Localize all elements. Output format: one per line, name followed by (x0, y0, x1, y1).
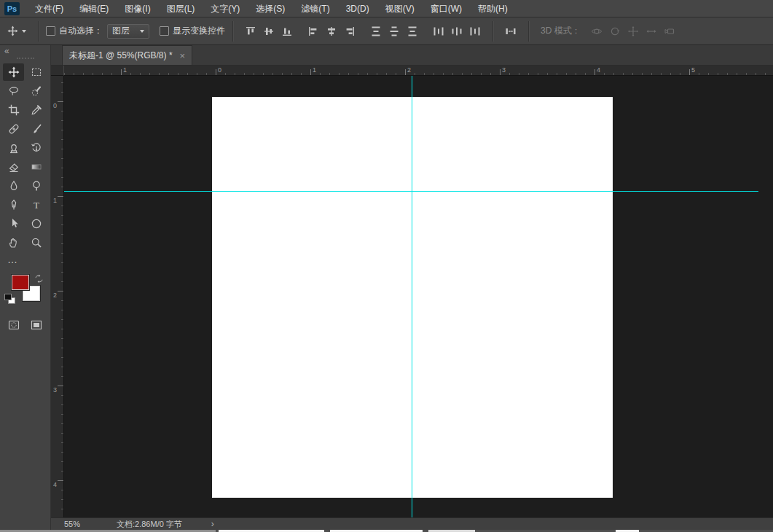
clone-stamp-tool-button[interactable] (3, 139, 24, 157)
distribute-bottom-icon (407, 26, 418, 37)
auto-select-checkbox[interactable] (46, 26, 55, 36)
menu-items: 文件(F) 编辑(E) 图像(I) 图层(L) 文字(Y) 选择(S) 滤镜(T… (27, 0, 516, 17)
3d-orbit-button[interactable] (589, 23, 605, 39)
dodge-tool-button[interactable] (26, 177, 47, 195)
magnifier-icon (31, 237, 42, 249)
ruler-label: 1 (53, 197, 57, 204)
3d-pan-icon (627, 26, 639, 37)
zoom-level-field[interactable]: 55% (64, 520, 103, 528)
horizontal-ruler[interactable]: 1 0 1 2 3 4 5 (64, 66, 773, 76)
ruler-label: 2 (407, 67, 411, 74)
document-tab[interactable]: 未标题-1 @ 55%(RGB/8) * × (62, 45, 192, 65)
vertical-ruler[interactable]: 0 1 2 3 4 (51, 76, 64, 517)
menu-3d[interactable]: 3D(D) (338, 0, 377, 17)
quick-selection-tool-button[interactable] (26, 82, 47, 100)
panel-grip[interactable] (17, 58, 34, 59)
zoom-tool-button[interactable] (26, 234, 47, 251)
blur-tool-button[interactable] (3, 177, 24, 195)
ruler-origin-corner[interactable] (51, 66, 64, 76)
menu-help[interactable]: 帮助(H) (470, 0, 516, 17)
align-right-icon (344, 26, 356, 37)
distribute-vcenter-icon (388, 26, 400, 37)
align-right-edges-button[interactable] (342, 23, 358, 39)
distribute-hcenter-icon (451, 26, 463, 37)
align-hcenter-icon (326, 26, 337, 37)
show-transform-checkbox[interactable] (160, 26, 169, 36)
ellipse-icon (31, 218, 42, 230)
options-separator (38, 21, 39, 42)
3d-zoom-camera-button[interactable] (662, 23, 678, 39)
pen-tool-button[interactable] (3, 196, 24, 214)
3d-pan-button[interactable] (625, 23, 641, 39)
align-horizontal-centers-button[interactable] (323, 23, 340, 39)
align-bottom-icon (281, 26, 293, 37)
distribute-horizontal-centers-button[interactable] (449, 23, 465, 39)
gradient-icon (31, 161, 42, 173)
edit-toolbar-button[interactable]: … (0, 251, 18, 265)
document-tab-title: 未标题-1 @ 55%(RGB/8) * (69, 50, 173, 62)
align-vertical-centers-button[interactable] (261, 23, 277, 39)
distribute-left-edges-button[interactable] (431, 23, 447, 39)
screen-mode-button[interactable] (28, 318, 44, 332)
rectangular-marquee-tool-button[interactable] (26, 63, 47, 81)
gradient-tool-button[interactable] (26, 158, 47, 176)
close-tab-icon[interactable]: × (180, 51, 186, 60)
spot-healing-brush-tool-button[interactable] (3, 120, 24, 138)
crop-tool-button[interactable] (3, 101, 24, 119)
guide-vertical[interactable] (412, 76, 412, 517)
eyedropper-tool-button[interactable] (26, 101, 47, 119)
menu-edit[interactable]: 编辑(E) (71, 0, 117, 17)
3d-mode-label: 3D 模式： (541, 25, 581, 37)
distribute-spacing-button[interactable] (503, 23, 519, 39)
3d-roll-icon (609, 26, 621, 37)
distribute-right-edges-button[interactable] (467, 23, 483, 39)
tool-preset-picker[interactable] (0, 26, 34, 36)
quick-mask-button[interactable] (6, 318, 22, 332)
path-selection-tool-button[interactable] (3, 215, 24, 232)
swap-colors-icon[interactable] (34, 273, 44, 283)
distribute-bottom-edges-button[interactable] (404, 23, 420, 39)
3d-slide-button[interactable] (643, 23, 659, 39)
align-left-edges-button[interactable] (305, 23, 321, 39)
hand-icon (8, 237, 20, 249)
distribute-vertical-centers-button[interactable] (386, 23, 402, 39)
3d-roll-button[interactable] (607, 23, 623, 39)
history-brush-tool-button[interactable] (26, 139, 47, 157)
quick-mask-icon (7, 319, 20, 331)
menu-select[interactable]: 选择(S) (248, 0, 293, 17)
lasso-icon (8, 85, 20, 97)
eraser-tool-button[interactable] (3, 158, 24, 176)
menu-file[interactable]: 文件(F) (27, 0, 71, 17)
menu-window[interactable]: 窗口(W) (423, 0, 470, 17)
type-icon: T (31, 199, 42, 211)
default-colors-icon[interactable] (4, 294, 15, 304)
foreground-color-swatch[interactable] (12, 275, 29, 290)
hand-tool-button[interactable] (3, 234, 24, 251)
ellipse-tool-button[interactable] (26, 215, 47, 232)
distribute-spacing-group (503, 23, 519, 39)
lasso-tool-button[interactable] (3, 82, 24, 100)
menu-image[interactable]: 图像(I) (117, 0, 158, 17)
3d-camera-icon (664, 26, 675, 37)
pen-icon (8, 199, 20, 211)
type-tool-button[interactable]: T (26, 196, 47, 214)
menu-view[interactable]: 视图(V) (377, 0, 423, 17)
align-bottom-edges-button[interactable] (279, 23, 295, 39)
3d-orbit-icon (591, 26, 603, 37)
auto-select-target-dropdown[interactable]: 图层 (107, 24, 149, 39)
canvas-viewport[interactable] (64, 76, 773, 517)
menu-layer[interactable]: 图层(L) (159, 0, 203, 17)
align-top-edges-button[interactable] (243, 23, 259, 39)
distribute-top-edges-button[interactable] (368, 23, 384, 39)
move-tool-button[interactable] (3, 63, 24, 81)
menu-type[interactable]: 文字(Y) (203, 0, 248, 17)
distribute-horizontal-group (431, 23, 483, 39)
guide-horizontal[interactable] (64, 191, 758, 192)
document-canvas[interactable] (212, 97, 613, 498)
auto-select-target-value: 图层 (112, 25, 130, 37)
collapse-panels-icon[interactable]: « (0, 45, 50, 55)
menu-filter[interactable]: 滤镜(T) (293, 0, 337, 17)
crop-icon (8, 104, 20, 116)
status-expand-icon[interactable]: › (211, 519, 214, 529)
brush-tool-button[interactable] (26, 120, 47, 138)
